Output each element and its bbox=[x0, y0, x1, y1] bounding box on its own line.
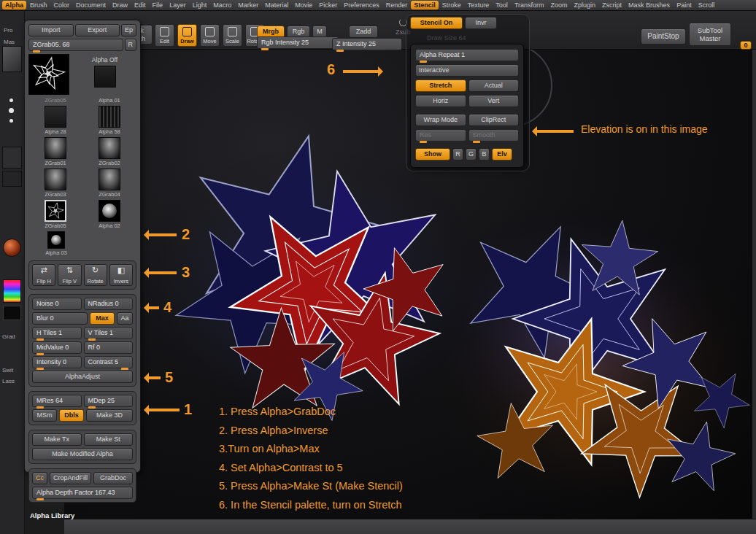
interactive-button[interactable]: Interactive bbox=[415, 64, 519, 77]
res-slider[interactable]: Res bbox=[415, 129, 466, 142]
r-button[interactable]: R bbox=[125, 39, 137, 51]
menu-item[interactable]: Marker bbox=[235, 1, 261, 9]
elv-button[interactable]: Elv bbox=[492, 148, 512, 160]
menu-item[interactable]: Zscript bbox=[599, 1, 625, 9]
h-tiles-slider[interactable]: H Tiles 1 bbox=[32, 327, 82, 339]
scale-mode-button[interactable]: Scale bbox=[223, 24, 242, 47]
dbls-button[interactable]: Dbls bbox=[59, 409, 84, 422]
alpha-thumbnail[interactable] bbox=[45, 169, 66, 190]
b-channel-button[interactable]: B bbox=[479, 148, 490, 160]
material-sphere-thumbnail[interactable] bbox=[3, 239, 21, 257]
alpha-repeat-slider[interactable]: Alpha Repeat 1 bbox=[415, 49, 519, 61]
alpha-depth-factor-slider[interactable]: Alpha Depth Factor 167.43 bbox=[32, 487, 133, 499]
color-picker[interactable] bbox=[3, 279, 21, 303]
menu-item[interactable]: Edit bbox=[131, 1, 149, 9]
show-button[interactable]: Show bbox=[415, 148, 450, 160]
current-alpha-thumbnail[interactable] bbox=[28, 54, 69, 95]
brush-thumbnail[interactable] bbox=[2, 46, 22, 72]
menu-item[interactable]: Stroke bbox=[439, 1, 464, 9]
cliprect-button[interactable]: ClipRect bbox=[468, 114, 520, 126]
flip-h-button[interactable]: ⇄ Flip H bbox=[32, 264, 55, 286]
alpha-name-slider[interactable]: ZGrab05. 68 bbox=[28, 39, 123, 51]
noise-slider[interactable]: Noise 0 bbox=[32, 298, 82, 310]
menu-item[interactable]: Macro bbox=[210, 1, 234, 9]
menu-item[interactable]: Brush bbox=[27, 1, 50, 9]
stencil-on-button[interactable]: Stencil On bbox=[410, 17, 463, 29]
menu-item[interactable]: Movie bbox=[292, 1, 315, 9]
alpha-thumbnail-selected[interactable] bbox=[45, 200, 66, 222]
menu-item[interactable]: Picker bbox=[316, 1, 340, 9]
actual-button[interactable]: Actual bbox=[468, 80, 520, 92]
grabdoc-button[interactable]: GrabDoc bbox=[93, 472, 133, 484]
g-channel-button[interactable]: G bbox=[466, 148, 477, 160]
intensity-slider[interactable]: Intensity 0 bbox=[32, 356, 82, 368]
invr-button[interactable]: Invr bbox=[465, 17, 497, 29]
alpha-thumbnail[interactable] bbox=[47, 231, 65, 249]
z-intensity-slider[interactable]: Z Intensity 25 bbox=[332, 38, 402, 50]
alphaadjust-curve[interactable]: AlphaAdjust bbox=[32, 371, 133, 383]
import-button[interactable]: Import bbox=[28, 24, 74, 36]
aa-button[interactable]: Aa bbox=[117, 312, 133, 325]
menu-item[interactable]: Transform bbox=[512, 1, 547, 9]
alpha-thumbnail[interactable] bbox=[45, 137, 66, 159]
edit-mode-button[interactable]: Edit bbox=[155, 24, 174, 47]
alpha-off-toggle[interactable]: Alpha Off bbox=[92, 54, 117, 66]
horiz-button[interactable]: Horiz bbox=[415, 95, 466, 107]
subtool-master-button[interactable]: SubTool Master bbox=[689, 23, 731, 46]
mdep-slider[interactable]: MDep 25 bbox=[84, 395, 134, 407]
menu-item[interactable]: Material bbox=[262, 1, 291, 9]
menu-item[interactable]: Paint bbox=[674, 1, 695, 9]
contrast-slider[interactable]: Contrast 5 bbox=[84, 356, 134, 368]
menu-item[interactable]: File bbox=[150, 1, 166, 9]
mres-slider[interactable]: MRes 64 bbox=[32, 395, 82, 407]
menu-item[interactable]: Render bbox=[383, 1, 411, 9]
menu-item[interactable]: Color bbox=[51, 1, 73, 9]
v-tiles-slider[interactable]: V Tiles 1 bbox=[84, 327, 134, 339]
alpha-thumbnail[interactable] bbox=[99, 137, 120, 159]
paintstop-button[interactable]: PaintStop bbox=[641, 28, 686, 44]
r-channel-button[interactable]: R bbox=[452, 148, 463, 160]
cropandfill-button[interactable]: CropAndFill bbox=[50, 472, 91, 484]
make-3d-button[interactable]: Make 3D bbox=[86, 409, 133, 422]
make-tx-button[interactable]: Make Tx bbox=[32, 433, 82, 446]
menu-item[interactable]: Layer bbox=[166, 1, 189, 9]
max-button[interactable]: Max bbox=[90, 312, 115, 325]
secondary-color-swatch[interactable] bbox=[3, 306, 21, 320]
menu-item[interactable]: Alpha bbox=[2, 1, 26, 9]
rotate-button[interactable]: ↻ Rotate bbox=[84, 264, 107, 286]
stretch-button[interactable]: Stretch bbox=[415, 80, 466, 92]
ep-button[interactable]: Ep bbox=[121, 24, 136, 36]
menu-item[interactable]: Zoom bbox=[548, 1, 571, 9]
alpha-thumbnail[interactable] bbox=[94, 66, 116, 88]
zero-badge[interactable]: 0 bbox=[740, 41, 752, 50]
make-modified-alpha-button[interactable]: Make Modified Alpha bbox=[32, 448, 133, 460]
rgb-intensity-slider[interactable]: Rgb Intensity 25 bbox=[257, 36, 339, 49]
nradius-slider[interactable]: NRadius 0 bbox=[84, 298, 134, 310]
menu-item[interactable]: Tool bbox=[493, 1, 511, 9]
flip-v-button[interactable]: ⇅ Flip V bbox=[58, 264, 81, 286]
menu-item[interactable]: Scroll bbox=[695, 1, 718, 9]
alpha-library-label[interactable]: Alpha Library bbox=[28, 511, 136, 519]
alpha-thumbnail[interactable] bbox=[99, 169, 120, 190]
blur-slider[interactable]: Blur 0 bbox=[32, 312, 88, 325]
menu-item[interactable]: Mask Brushes bbox=[625, 1, 673, 9]
msm-button[interactable]: MSm bbox=[32, 409, 57, 422]
alpha-thumbnail[interactable] bbox=[99, 106, 120, 128]
inverse-button[interactable]: ◧ Invers bbox=[109, 264, 133, 286]
zadd-button[interactable]: Zadd bbox=[349, 26, 378, 38]
draw-mode-button[interactable]: Draw bbox=[177, 24, 197, 47]
vert-button[interactable]: Vert bbox=[468, 95, 520, 107]
menu-item[interactable]: Zplugin bbox=[571, 1, 599, 9]
wrap-mode-button[interactable]: Wrap Mode bbox=[415, 114, 466, 126]
alpha-slot-thumbnail[interactable] bbox=[2, 147, 22, 169]
menu-item[interactable]: Texture bbox=[465, 1, 493, 9]
cc-button[interactable]: Cc bbox=[32, 472, 47, 484]
menu-item[interactable]: Stencil bbox=[411, 1, 439, 9]
move-mode-button[interactable]: Move bbox=[200, 24, 220, 47]
make-st-button[interactable]: Make St bbox=[84, 433, 134, 446]
alpha-thumbnail[interactable] bbox=[99, 200, 120, 222]
texture-slot-thumbnail[interactable] bbox=[2, 171, 22, 187]
alpha-thumbnail[interactable] bbox=[45, 106, 66, 128]
smooth-slider[interactable]: Smooth bbox=[468, 129, 520, 142]
menu-item[interactable]: Preferences bbox=[341, 1, 382, 9]
